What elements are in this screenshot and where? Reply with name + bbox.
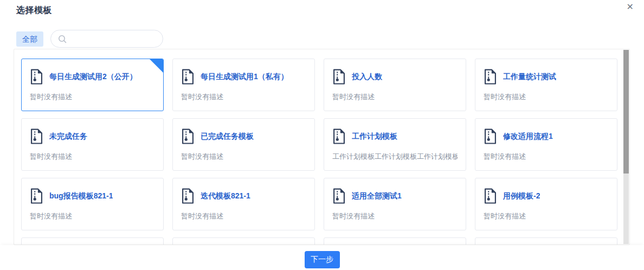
template-card-desc: 暂时没有描述 bbox=[484, 211, 609, 221]
template-card-title: 修改适用流程1 bbox=[503, 132, 553, 142]
template-card-title: bug报告模板821-1 bbox=[49, 191, 113, 201]
template-card-head: 工作计划模板 bbox=[332, 128, 458, 144]
filter-all-chip[interactable]: 全部 bbox=[16, 31, 43, 47]
template-file-icon bbox=[484, 188, 497, 204]
template-card-desc: 暂时没有描述 bbox=[30, 211, 155, 221]
template-file-icon bbox=[181, 188, 195, 204]
template-card-title: 投入人数 bbox=[352, 72, 382, 82]
template-file-icon bbox=[30, 188, 43, 204]
template-card[interactable]: 已完成任务模板 暂时没有描述 bbox=[172, 118, 315, 171]
template-card-desc: 暂时没有描述 bbox=[181, 92, 306, 102]
close-icon[interactable]: ✕ bbox=[624, 1, 636, 14]
search-input[interactable] bbox=[70, 35, 157, 43]
template-card[interactable]: 每日生成测试用2（公开） 暂时没有描述 ✓ bbox=[21, 59, 164, 111]
template-file-icon bbox=[332, 128, 346, 144]
template-card[interactable]: 迭代模板821-1 暂时没有描述 bbox=[172, 178, 315, 230]
template-file-icon bbox=[332, 188, 346, 204]
template-card-head: 未完成任务 bbox=[30, 128, 155, 144]
template-card[interactable]: 适用全部测试1 暂时没有描述 bbox=[324, 178, 466, 230]
template-card[interactable]: 工作量统计测试 暂时没有描述 bbox=[475, 59, 617, 111]
template-card-title: 已完成任务模板 bbox=[201, 132, 254, 142]
template-card-desc: 工作计划模板工作计划模板工作计划模板工作计划模板 bbox=[332, 152, 458, 162]
next-step-button[interactable]: 下一步 bbox=[305, 251, 340, 268]
selected-corner-badge: ✓ bbox=[149, 59, 164, 73]
search-icon bbox=[58, 35, 67, 43]
template-card-desc: 暂时没有描述 bbox=[181, 211, 306, 221]
template-list-container: 每日生成测试用2（公开） 暂时没有描述 ✓ 每日生成测试用1（私有） 暂时没有描… bbox=[14, 49, 630, 245]
template-file-icon bbox=[181, 69, 195, 85]
template-grid: 每日生成测试用2（公开） 暂时没有描述 ✓ 每日生成测试用1（私有） 暂时没有描… bbox=[14, 49, 629, 245]
template-card-head: 每日生成测试用2（公开） bbox=[30, 69, 155, 85]
template-file-icon bbox=[484, 128, 497, 144]
template-card-title: 迭代模板821-1 bbox=[201, 191, 250, 201]
template-card-title: 适用全部测试1 bbox=[352, 191, 402, 201]
template-card-head: 已完成任务模板 bbox=[181, 128, 306, 144]
template-card[interactable]: 每日生成测试用1（私有） 暂时没有描述 bbox=[172, 59, 315, 111]
template-card-partial[interactable] bbox=[324, 237, 466, 245]
template-card[interactable]: 未完成任务 暂时没有描述 bbox=[21, 118, 164, 171]
template-card-head: 修改适用流程1 bbox=[484, 128, 609, 144]
template-card-head: bug报告模板821-1 bbox=[30, 188, 155, 204]
template-card-title: 每日生成测试用1（私有） bbox=[201, 72, 288, 82]
search-box[interactable] bbox=[50, 30, 163, 48]
template-card-partial[interactable] bbox=[475, 237, 617, 245]
template-file-icon bbox=[484, 69, 497, 85]
template-card-desc: 暂时没有描述 bbox=[30, 92, 155, 102]
template-card-title: 每日生成测试用2（公开） bbox=[49, 72, 137, 82]
template-card-head: 用例模板-2 bbox=[484, 188, 609, 204]
toolbar: 全部 bbox=[16, 30, 163, 48]
check-icon: ✓ bbox=[157, 74, 162, 81]
template-card-desc: 暂时没有描述 bbox=[332, 211, 458, 221]
scrollbar-track[interactable] bbox=[623, 50, 629, 244]
template-card[interactable]: 投入人数 暂时没有描述 bbox=[324, 59, 466, 111]
template-card-partial[interactable] bbox=[172, 237, 315, 245]
template-file-icon bbox=[30, 128, 43, 144]
page-title: 选择模板 bbox=[16, 5, 52, 16]
template-card-title: 未完成任务 bbox=[49, 132, 87, 142]
template-card-title: 工作量统计测试 bbox=[503, 72, 556, 82]
template-card-head: 投入人数 bbox=[332, 69, 458, 85]
template-card[interactable]: 工作计划模板 工作计划模板工作计划模板工作计划模板工作计划模板 bbox=[324, 118, 466, 171]
template-card-desc: 暂时没有描述 bbox=[484, 152, 609, 162]
template-card-title: 工作计划模板 bbox=[352, 132, 397, 142]
template-card-head: 工作量统计测试 bbox=[484, 69, 609, 85]
template-card-head: 适用全部测试1 bbox=[332, 188, 458, 204]
template-card-desc: 暂时没有描述 bbox=[30, 152, 155, 162]
template-card-desc: 暂时没有描述 bbox=[332, 92, 458, 102]
template-file-icon bbox=[30, 69, 43, 85]
select-template-modal: 选择模板 ✕ 全部 每日生成测试用2（公开） 暂时没有描述 ✓ bbox=[0, 0, 644, 270]
template-card-title: 用例模板-2 bbox=[503, 191, 540, 201]
template-file-icon bbox=[332, 69, 346, 85]
template-file-icon bbox=[181, 128, 195, 144]
template-card-partial[interactable] bbox=[21, 237, 164, 245]
template-card-head: 迭代模板821-1 bbox=[181, 188, 306, 204]
modal-footer: 下一步 bbox=[0, 245, 644, 270]
template-card[interactable]: 修改适用流程1 暂时没有描述 bbox=[475, 118, 617, 171]
template-card-desc: 暂时没有描述 bbox=[484, 92, 609, 102]
template-card-desc: 暂时没有描述 bbox=[181, 152, 306, 162]
template-card-head: 每日生成测试用1（私有） bbox=[181, 69, 306, 85]
template-card[interactable]: 用例模板-2 暂时没有描述 bbox=[475, 178, 617, 230]
template-card[interactable]: bug报告模板821-1 暂时没有描述 bbox=[21, 178, 164, 230]
scrollbar-thumb[interactable] bbox=[623, 50, 629, 173]
